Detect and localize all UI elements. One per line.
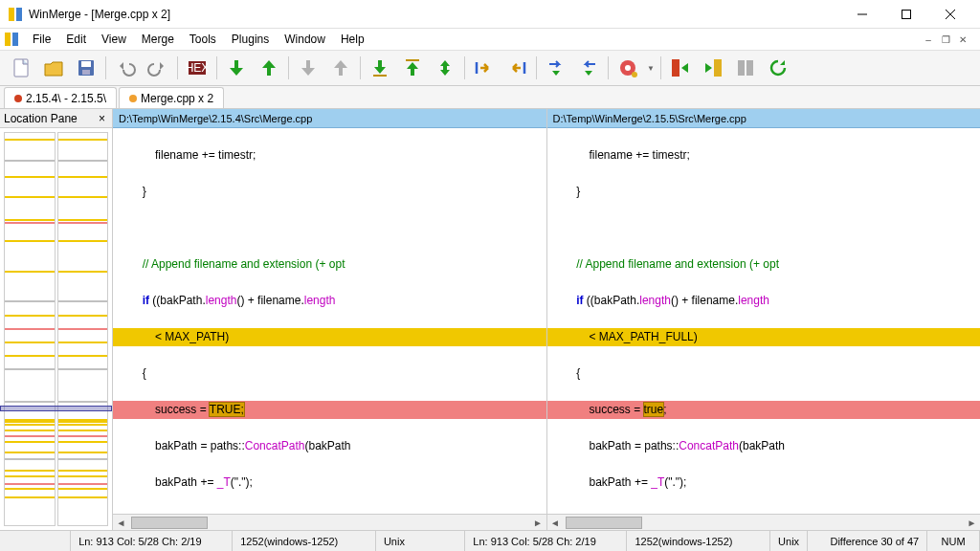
svg-rect-10 bbox=[81, 61, 91, 67]
location-bar-left[interactable] bbox=[4, 132, 56, 526]
mdi-restore-icon[interactable]: ❐ bbox=[938, 32, 953, 47]
redo-icon[interactable] bbox=[143, 53, 173, 83]
open-icon[interactable] bbox=[38, 53, 69, 83]
svg-rect-11 bbox=[82, 70, 90, 75]
status-left-enc: 1252(windows-1252) bbox=[233, 531, 376, 551]
all-right-icon[interactable] bbox=[665, 53, 696, 83]
tabbar: 2.15.4\ - 2.15.5\ Merge.cpp x 2 bbox=[0, 86, 980, 109]
prev-diff-icon[interactable] bbox=[254, 53, 284, 83]
tab-dot-icon bbox=[129, 95, 137, 102]
menu-tools[interactable]: Tools bbox=[182, 31, 224, 48]
copy-left-icon[interactable] bbox=[501, 53, 532, 83]
left-pane-header: D:\Temp\WinMerge\2.15.4\Src\Merge.cpp bbox=[113, 109, 546, 128]
all-left-icon[interactable] bbox=[698, 53, 728, 83]
hscrollbar[interactable]: ◄► bbox=[547, 514, 981, 530]
tab-folder-compare[interactable]: 2.15.4\ - 2.15.5\ bbox=[4, 87, 117, 108]
window-title: WinMerge - [Merge.cpp x 2] bbox=[29, 8, 840, 21]
toolbar: HEX ▼ bbox=[0, 50, 980, 86]
compare-icon[interactable] bbox=[730, 53, 761, 83]
menu-view[interactable]: View bbox=[94, 31, 134, 48]
menu-window[interactable]: Window bbox=[277, 31, 333, 48]
close-button[interactable] bbox=[928, 0, 972, 29]
svg-rect-22 bbox=[746, 60, 753, 76]
left-code[interactable]: filename += timestr; } // Append filenam… bbox=[113, 128, 546, 514]
tab-label: Merge.cpp x 2 bbox=[141, 92, 213, 105]
dropdown-icon[interactable]: ▼ bbox=[645, 64, 657, 73]
status-num: NUM bbox=[927, 531, 980, 551]
right-pane: D:\Temp\WinMerge\2.15.5\Src\Merge.cpp fi… bbox=[547, 109, 981, 530]
app-icon bbox=[8, 7, 23, 22]
current-diff-icon[interactable] bbox=[430, 53, 460, 83]
hscrollbar[interactable]: ◄► bbox=[113, 514, 546, 530]
status-right-eol: Unix bbox=[770, 531, 808, 551]
tab-dot-icon bbox=[14, 95, 22, 102]
svg-rect-1 bbox=[16, 8, 22, 21]
next-diff-disabled-icon[interactable] bbox=[293, 53, 323, 83]
hex-icon[interactable]: HEX bbox=[182, 53, 212, 83]
location-bar-right[interactable] bbox=[57, 132, 109, 526]
titlebar: WinMerge - [Merge.cpp x 2] bbox=[0, 0, 980, 29]
first-diff-icon[interactable] bbox=[397, 53, 428, 83]
maximize-button[interactable] bbox=[884, 0, 928, 29]
mdi-close-icon[interactable]: ✕ bbox=[955, 32, 970, 47]
svg-rect-14 bbox=[373, 75, 387, 77]
right-code[interactable]: filename += timestr; } // Append filenam… bbox=[547, 128, 981, 514]
minimize-button[interactable] bbox=[840, 0, 884, 29]
menu-file[interactable]: File bbox=[25, 31, 58, 48]
svg-rect-21 bbox=[738, 60, 745, 76]
save-icon[interactable] bbox=[71, 53, 101, 83]
status-right-pos: Ln: 913 Col: 5/28 Ch: 2/19 bbox=[465, 531, 627, 551]
svg-point-17 bbox=[625, 65, 631, 71]
svg-rect-20 bbox=[714, 59, 722, 77]
right-pane-header: D:\Temp\WinMerge\2.15.5\Src\Merge.cpp bbox=[547, 109, 981, 128]
svg-rect-8 bbox=[14, 59, 28, 77]
location-cursor[interactable] bbox=[0, 406, 112, 411]
copy-right-icon[interactable] bbox=[469, 53, 500, 83]
options-icon[interactable] bbox=[612, 53, 643, 83]
undo-icon[interactable] bbox=[110, 53, 141, 83]
svg-rect-7 bbox=[12, 33, 18, 46]
menu-plugins[interactable]: Plugins bbox=[224, 31, 277, 48]
status-diff: Difference 30 of 47 bbox=[808, 531, 927, 551]
new-icon[interactable] bbox=[6, 53, 36, 83]
status-left-pos: Ln: 913 Col: 5/28 Ch: 2/19 bbox=[71, 531, 233, 551]
mdi-minimize-icon[interactable]: – bbox=[921, 32, 936, 47]
statusbar: Ln: 913 Col: 5/28 Ch: 2/19 1252(windows-… bbox=[0, 530, 980, 551]
svg-rect-0 bbox=[9, 8, 14, 21]
svg-rect-3 bbox=[902, 10, 911, 18]
menubar: File Edit View Merge Tools Plugins Windo… bbox=[0, 29, 980, 50]
menu-merge[interactable]: Merge bbox=[134, 31, 182, 48]
menu-help[interactable]: Help bbox=[333, 31, 372, 48]
svg-rect-15 bbox=[406, 59, 419, 61]
svg-point-18 bbox=[632, 72, 637, 77]
close-pane-icon[interactable]: × bbox=[96, 112, 108, 125]
copy-right-advance-icon[interactable] bbox=[541, 53, 571, 83]
status-left-eol: Unix bbox=[376, 531, 465, 551]
location-pane-header: Location Pane × bbox=[0, 109, 112, 128]
copy-left-advance-icon[interactable] bbox=[573, 53, 604, 83]
tab-label: 2.15.4\ - 2.15.5\ bbox=[26, 92, 106, 105]
location-pane[interactable] bbox=[0, 128, 112, 530]
tab-file-compare[interactable]: Merge.cpp x 2 bbox=[119, 87, 224, 108]
svg-rect-19 bbox=[672, 59, 679, 77]
next-diff-icon[interactable] bbox=[221, 53, 252, 83]
workspace: Location Pane × D:\Temp\WinMerge\2.15.4\… bbox=[0, 109, 980, 530]
left-pane: D:\Temp\WinMerge\2.15.4\Src\Merge.cpp fi… bbox=[113, 109, 547, 530]
svg-text:HEX: HEX bbox=[186, 61, 209, 75]
svg-rect-6 bbox=[5, 33, 11, 46]
app-small-icon bbox=[4, 32, 19, 47]
status-right-enc: 1252(windows-1252) bbox=[627, 531, 770, 551]
menu-edit[interactable]: Edit bbox=[58, 31, 94, 48]
last-diff-icon[interactable] bbox=[365, 53, 395, 83]
refresh-icon[interactable] bbox=[763, 53, 793, 83]
prev-diff-disabled-icon[interactable] bbox=[325, 53, 356, 83]
